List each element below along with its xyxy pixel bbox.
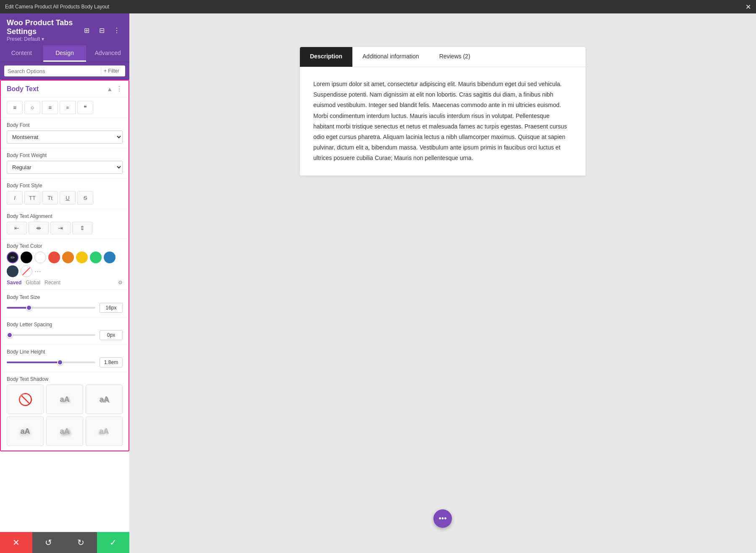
white-swatch[interactable] [34, 252, 46, 263]
sidebar-preset[interactable]: Preset: Default ▾ [7, 36, 81, 42]
underline-btn[interactable]: U [60, 191, 76, 204]
body-font-select[interactable]: Montserrat Arial Georgia [7, 131, 123, 144]
color-settings-icon[interactable]: ⚙ [118, 280, 123, 286]
body-font-group: Body Font Montserrat Arial Georgia [1, 118, 129, 148]
body-text-size-group: Body Text Size 16px [1, 290, 129, 317]
sidebar-title-group: Woo Product Tabs Settings Preset: Defaul… [7, 18, 81, 42]
line-height-value[interactable]: 1.8em [100, 357, 123, 367]
letter-spacing-value[interactable]: 0px [100, 330, 123, 340]
additional-info-tab[interactable]: Additional information [352, 47, 429, 67]
letter-spacing-slider-thumb[interactable] [7, 332, 13, 338]
indent-btn[interactable]: ≡ [60, 101, 76, 114]
blue-swatch[interactable] [104, 252, 116, 263]
eyedropper-swatch[interactable]: ✏ [7, 252, 18, 263]
tab-design[interactable]: Design [43, 45, 87, 62]
global-tab[interactable]: Global [26, 280, 40, 286]
shadow-4-option[interactable]: aA [46, 417, 83, 446]
letter-spacing-slider-row: 0px [7, 330, 123, 340]
shadow-2-label: aA [99, 395, 109, 404]
product-tabs-widget: Description Additional information Revie… [300, 47, 585, 176]
undo-button[interactable]: ↺ [32, 532, 65, 553]
sidebar-header-icons: ⊞ ⊟ ⋮ [81, 24, 123, 36]
align-left-btn[interactable]: ⇤ [7, 222, 27, 234]
align-center-btn[interactable]: ⇼ [29, 222, 49, 234]
letter-spacing-slider-track[interactable] [7, 334, 95, 336]
body-text-alignment-label: Body Text Alignment [7, 213, 123, 219]
shadow-2-option[interactable]: aA [86, 385, 123, 414]
saved-tab[interactable]: Saved [7, 280, 21, 286]
body-font-style-group: Body Font Style I TT Tt U S [1, 178, 129, 209]
text-size-value[interactable]: 16px [100, 303, 123, 313]
cancel-button[interactable]: ✕ [0, 532, 32, 553]
body-line-height-label: Body Line Height [7, 349, 123, 355]
black-swatch[interactable] [21, 252, 32, 263]
tab-content[interactable]: Content [0, 45, 43, 62]
shadow-1-option[interactable]: aA [46, 385, 83, 414]
body-text-alignment-group: Body Text Alignment ⇤ ⇼ ⇥ ⇕ [1, 209, 129, 239]
shadow-3-option[interactable]: aA [7, 417, 44, 446]
shadow-1-label: aA [60, 395, 69, 404]
body-text-shadow-label: Body Text Shadow [7, 376, 123, 382]
orange-swatch[interactable] [62, 252, 74, 263]
toolbar-row: ≡ ○ ≡ ≡ ❝ [1, 97, 129, 118]
italic-btn[interactable]: I [7, 191, 23, 204]
body-font-style-label: Body Font Style [7, 183, 123, 189]
sidebar-search: + Filter [4, 66, 125, 76]
shadow-5-label: aA [99, 427, 109, 436]
tab-advanced[interactable]: Advanced [86, 45, 129, 62]
dark-swatch[interactable] [7, 265, 18, 277]
capitalize-btn[interactable]: Tt [42, 191, 58, 204]
shadow-3-label: aA [20, 427, 30, 436]
body-letter-spacing-group: Body Letter Spacing 0px [1, 317, 129, 345]
line-height-slider-track[interactable] [7, 362, 95, 363]
close-icon[interactable]: ✕ [746, 3, 751, 11]
description-body-text: Lorem ipsum dolor sit amet, consectetur … [313, 79, 572, 164]
shadow-options-grid: 🚫 aA aA aA aA [7, 385, 123, 446]
color-tabs: Saved Global Recent ⚙ [7, 280, 123, 286]
recent-tab[interactable]: Recent [45, 280, 60, 286]
more-options-icon[interactable]: ⋮ [111, 24, 123, 36]
expand-icon[interactable]: ⊞ [81, 24, 92, 36]
line-height-slider-thumb[interactable] [57, 359, 63, 365]
align-justify-btn[interactable]: ⇕ [72, 222, 92, 234]
list-btn[interactable]: ≡ [42, 101, 58, 114]
shadow-none-option[interactable]: 🚫 [7, 385, 44, 414]
tab-content-body: Lorem ipsum dolor sit amet, consectetur … [300, 67, 585, 176]
sidebar-tabs: Content Design Advanced [0, 45, 129, 62]
red-swatch[interactable] [48, 252, 60, 263]
save-button[interactable]: ✓ [97, 532, 129, 553]
collapse-icon[interactable]: ▲ [107, 86, 113, 92]
body-text-panel: Body Text ▲ ⋮ ≡ ○ ≡ ≡ ❝ Body Font [0, 80, 129, 451]
yellow-swatch[interactable] [76, 252, 88, 263]
text-size-slider-thumb[interactable] [26, 305, 32, 311]
uppercase-btn[interactable]: TT [24, 191, 40, 204]
strikethrough-btn[interactable]: S [77, 191, 93, 204]
search-input[interactable] [8, 68, 98, 74]
dots-icon: ••• [439, 514, 447, 523]
shadow-5-option[interactable]: aA [86, 417, 123, 446]
body-text-size-label: Body Text Size [7, 294, 123, 300]
color-swatches: ✏ ⋯ [7, 252, 123, 277]
no-color-swatch[interactable] [21, 265, 32, 277]
text-size-slider-track[interactable] [7, 307, 95, 309]
align-left-btn[interactable]: ≡ [7, 101, 23, 114]
floating-dots-button[interactable]: ••• [433, 509, 452, 528]
sidebar-bottom: ✕ ↺ ↻ ✓ [0, 532, 129, 553]
panel-menu-icon[interactable]: ⋮ [116, 85, 123, 93]
text-size-slider-row: 16px [7, 303, 123, 313]
quote-btn[interactable]: ❝ [77, 101, 93, 114]
redo-button[interactable]: ↻ [65, 532, 97, 553]
description-tab[interactable]: Description [300, 47, 352, 67]
align-right-btn[interactable]: ⇥ [50, 222, 71, 234]
circle-btn[interactable]: ○ [24, 101, 40, 114]
align-buttons: ⇤ ⇼ ⇥ ⇕ [7, 222, 123, 234]
sidebar-header: Woo Product Tabs Settings Preset: Defaul… [0, 13, 129, 45]
more-colors-icon[interactable]: ⋯ [34, 267, 41, 275]
filter-button[interactable]: + Filter [101, 67, 122, 75]
panel-header-icons: ▲ ⋮ [107, 85, 123, 93]
body-text-shadow-group: Body Text Shadow 🚫 aA aA aA [1, 372, 129, 451]
body-font-weight-select[interactable]: Regular Medium Bold [7, 161, 123, 174]
reviews-tab[interactable]: Reviews (2) [429, 47, 480, 67]
green-swatch[interactable] [90, 252, 102, 263]
split-icon[interactable]: ⊟ [96, 24, 108, 36]
